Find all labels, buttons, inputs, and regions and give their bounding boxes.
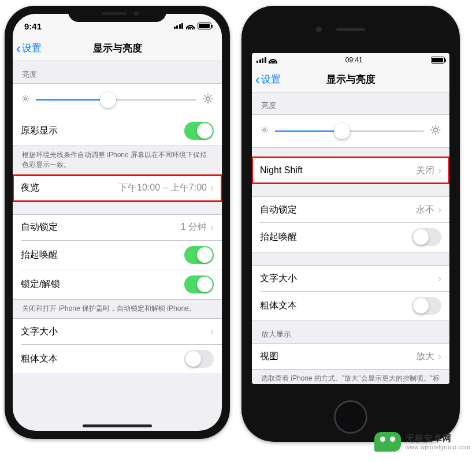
display-zoom-label: 视图 xyxy=(260,351,416,363)
notch xyxy=(68,6,166,22)
text-size-row[interactable]: 文字大小 › xyxy=(252,266,449,291)
night-shift-row[interactable]: 夜览 下午10:00 – 上午7:00 › xyxy=(13,176,222,201)
lock-unlock-label: 锁定/解锁 xyxy=(21,278,184,290)
brightness-row xyxy=(13,84,222,116)
brightness-header: 亮度 xyxy=(13,61,222,83)
brightness-slider[interactable] xyxy=(36,92,196,108)
night-shift-detail: 关闭 xyxy=(416,165,434,177)
true-tone-footer: 根据环境光线条件自动调整 iPhone 屏幕以在不同环境下保持色彩显示一致。 xyxy=(13,146,222,175)
front-camera xyxy=(316,27,322,32)
night-shift-label: 夜览 xyxy=(21,182,118,194)
zoom-footer: 选取查看 iPhone 的方式。"放大"会显示更大的控制项。"标准"会显示更多的… xyxy=(252,370,449,384)
auto-lock-label: 自动锁定 xyxy=(260,204,416,216)
wifi-icon xyxy=(186,23,195,29)
back-label: 设置 xyxy=(22,42,42,55)
back-label: 设置 xyxy=(261,73,281,86)
home-indicator xyxy=(83,424,152,427)
brightness-high-icon xyxy=(202,93,214,107)
status-bar: 09:41 xyxy=(252,53,449,67)
battery-icon xyxy=(198,23,211,29)
auto-lock-row[interactable]: 自动锁定 永不 › xyxy=(252,197,449,222)
lock-unlock-row: 锁定/解锁 xyxy=(13,270,222,299)
chevron-right-icon: › xyxy=(438,273,441,285)
home-button[interactable] xyxy=(334,400,367,434)
auto-lock-detail: 永不 xyxy=(416,204,434,216)
svg-point-3 xyxy=(434,128,438,132)
auto-lock-row[interactable]: 自动锁定 1 分钟 › xyxy=(13,215,222,240)
iphone-8-frame: 09:41 ‹ 设置 显示与亮度 亮度 xyxy=(241,6,460,442)
status-time: 9:41 xyxy=(24,21,42,31)
true-tone-label: 原彩显示 xyxy=(21,125,184,137)
raise-to-wake-row: 抬起唤醒 xyxy=(252,222,449,252)
raise-to-wake-switch[interactable] xyxy=(184,246,214,264)
auto-lock-label: 自动锁定 xyxy=(21,221,181,233)
chevron-left-icon: ‹ xyxy=(255,73,260,87)
page-title: 显示与亮度 xyxy=(252,73,449,86)
chevron-right-icon: › xyxy=(438,351,441,363)
bold-text-label: 粗体文本 xyxy=(21,353,184,365)
brightness-slider[interactable] xyxy=(275,123,424,139)
nav-bar: ‹ 设置 显示与亮度 xyxy=(13,36,222,61)
true-tone-row: 原彩显示 xyxy=(13,116,222,146)
chevron-left-icon: ‹ xyxy=(16,42,21,55)
lock-footer: 关闭和打开 iPhone 保护盖时，自动锁定和解锁 iPhone。 xyxy=(13,300,222,318)
brightness-low-icon xyxy=(260,125,269,137)
bold-text-row: 粗体文本 xyxy=(13,344,222,374)
earpiece xyxy=(336,28,365,31)
text-size-label: 文字大小 xyxy=(260,273,438,285)
display-zoom-detail: 放大 xyxy=(416,351,434,363)
nav-bar: ‹ 设置 显示与亮度 xyxy=(252,67,449,92)
bold-text-switch[interactable] xyxy=(412,297,441,315)
raise-to-wake-switch[interactable] xyxy=(412,228,441,246)
cellular-icon xyxy=(256,57,266,63)
chevron-right-icon: › xyxy=(438,204,441,216)
bold-text-switch[interactable] xyxy=(184,350,214,368)
wifi-icon xyxy=(269,57,277,64)
svg-point-2 xyxy=(263,129,266,131)
svg-point-0 xyxy=(24,98,27,100)
brightness-low-icon xyxy=(21,94,30,106)
status-time: 09:41 xyxy=(345,56,363,64)
true-tone-switch[interactable] xyxy=(184,122,214,140)
auto-lock-detail: 1 分钟 xyxy=(181,221,207,233)
cellular-icon xyxy=(174,23,184,29)
watermark-logo-icon xyxy=(374,432,401,452)
raise-to-wake-label: 抬起唤醒 xyxy=(21,249,184,261)
chevron-right-icon: › xyxy=(210,326,214,338)
watermark-url: www.wjhotelgroup.com xyxy=(406,444,470,450)
brightness-row xyxy=(252,115,449,147)
watermark: 无极安卓网 www.wjhotelgroup.com xyxy=(374,432,470,452)
raise-to-wake-label: 抬起唤醒 xyxy=(260,231,412,243)
brightness-high-icon xyxy=(430,124,441,138)
raise-to-wake-row: 抬起唤醒 xyxy=(13,240,222,270)
page-title: 显示与亮度 xyxy=(13,42,222,55)
screen-right: 09:41 ‹ 设置 显示与亮度 亮度 xyxy=(252,53,449,384)
lock-unlock-switch[interactable] xyxy=(184,275,214,293)
text-size-label: 文字大小 xyxy=(21,326,210,338)
iphone-x-frame: 9:41 ‹ 设置 显示与亮度 亮度 xyxy=(5,6,230,439)
back-button[interactable]: ‹ 设置 xyxy=(252,73,281,87)
bold-text-row: 粗体文本 xyxy=(252,291,449,321)
watermark-name: 无极安卓网 xyxy=(406,433,470,444)
text-size-row[interactable]: 文字大小 › xyxy=(13,319,222,344)
svg-point-1 xyxy=(206,97,210,101)
battery-icon xyxy=(431,57,445,64)
zoom-header: 放大显示 xyxy=(252,321,449,343)
screen-left: 9:41 ‹ 设置 显示与亮度 亮度 xyxy=(13,14,222,431)
night-shift-label: Night Shift xyxy=(260,165,416,176)
night-shift-detail: 下午10:00 – 上午7:00 xyxy=(118,182,207,194)
chevron-right-icon: › xyxy=(210,221,214,233)
display-zoom-row[interactable]: 视图 放大 › xyxy=(252,344,449,369)
brightness-header: 亮度 xyxy=(252,92,449,114)
chevron-right-icon: › xyxy=(210,182,214,194)
back-button[interactable]: ‹ 设置 xyxy=(13,42,42,55)
chevron-right-icon: › xyxy=(438,165,441,177)
night-shift-row[interactable]: Night Shift 关闭 › xyxy=(252,158,449,183)
bold-text-label: 粗体文本 xyxy=(260,300,412,312)
